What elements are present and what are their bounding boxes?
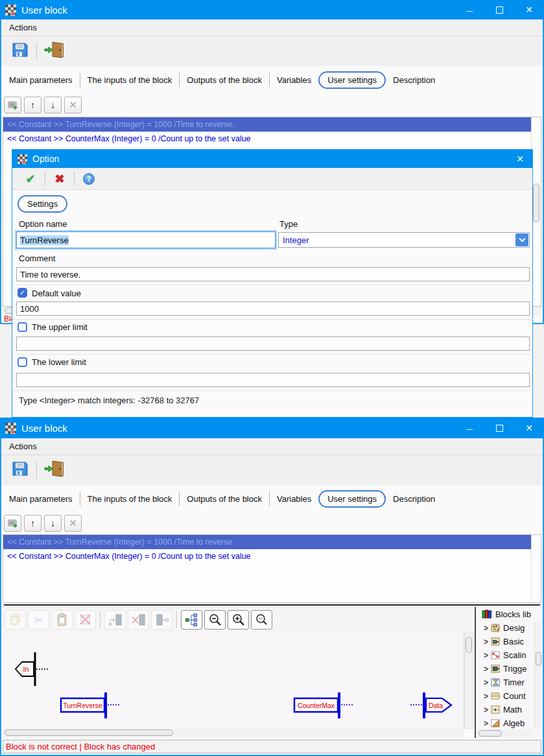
scrollbar-thumb[interactable]	[479, 730, 502, 737]
close-button[interactable]	[514, 0, 544, 19]
down-arrow-icon	[51, 100, 55, 110]
dialog-close-button[interactable]	[508, 150, 532, 168]
delete-option-button[interactable]	[64, 97, 82, 113]
list-item-countermax[interactable]: << Constant >> CounterMax (Integer) = 0 …	[3, 549, 531, 563]
in-port-block[interactable]: In	[16, 652, 49, 686]
tree-horizontal-scrollbar[interactable]	[477, 729, 534, 737]
type-dropdown[interactable]: Integer	[278, 232, 530, 248]
maximize-button[interactable]	[484, 0, 514, 19]
tree-item-scaling[interactable]: Scalin	[476, 648, 543, 662]
dialog-title-bar[interactable]: Option	[12, 150, 532, 168]
title-bar[interactable]: User block	[0, 0, 544, 19]
list-vertical-scrollbar[interactable]	[531, 535, 541, 602]
tab-main-parameters[interactable]: Main parameters	[8, 492, 74, 506]
zoom-reset-button[interactable]	[251, 610, 272, 630]
maximize-button[interactable]	[484, 418, 514, 438]
scrollbar-thumb[interactable]	[466, 637, 472, 653]
tab-variables[interactable]: Variables	[276, 73, 313, 87]
countermax-constant-block[interactable]: CounterMax	[294, 692, 354, 718]
comment-input[interactable]	[16, 267, 530, 281]
cut-button[interactable]	[28, 610, 49, 630]
chevron-right-icon[interactable]	[484, 691, 488, 701]
list-item-turnreverse[interactable]: << Constant >> TurnReverse (Integer) = 1…	[3, 535, 531, 549]
move-down-button[interactable]	[44, 97, 62, 113]
tree-item-math[interactable]: Math	[476, 703, 543, 716]
scrollbar-thumb[interactable]	[536, 652, 541, 666]
default-value-checkbox[interactable]	[18, 288, 27, 298]
tab-inputs[interactable]: The inputs of the block	[86, 492, 174, 506]
tab-user-settings-selected[interactable]: User settings	[318, 490, 386, 508]
title-bar[interactable]: User block	[0, 418, 544, 438]
chevron-right-icon[interactable]	[484, 664, 488, 674]
output-pin-button[interactable]	[151, 610, 172, 630]
save-button[interactable]	[10, 40, 30, 62]
tab-description[interactable]: Description	[392, 492, 436, 506]
tree-item-basic[interactable]: Basic	[476, 635, 543, 648]
exit-button[interactable]	[43, 40, 65, 62]
save-button[interactable]	[10, 459, 30, 481]
tab-outputs[interactable]: Outputs of the block	[185, 73, 263, 87]
menu-actions[interactable]: Actions	[9, 23, 37, 32]
tab-inputs[interactable]: The inputs of the block	[86, 73, 174, 87]
delete-option-button[interactable]	[64, 515, 82, 532]
cancel-button[interactable]	[51, 171, 69, 187]
tab-outputs[interactable]: Outputs of the block	[185, 492, 263, 506]
list-item-countermax[interactable]: << Constant >> CounterMax (Integer) = 0 …	[3, 132, 531, 146]
blocks-library-header[interactable]: Blocks lib	[476, 607, 543, 621]
tab-main-parameters[interactable]: Main parameters	[8, 73, 74, 87]
list-item-turnreverse[interactable]: << Constant >> TurnReverse (Integer) = 1…	[3, 117, 531, 132]
default-value-input[interactable]	[16, 301, 530, 316]
remove-input-button[interactable]	[128, 610, 149, 630]
minimize-button[interactable]	[455, 418, 484, 438]
delete-block-button[interactable]	[75, 610, 96, 630]
move-up-button[interactable]	[24, 97, 41, 113]
dropdown-button[interactable]	[515, 233, 528, 246]
lower-limit-input[interactable]	[16, 373, 530, 387]
canvas-horizontal-scrollbar[interactable]	[3, 729, 464, 737]
tree-item-triggers[interactable]: Trigge	[476, 662, 543, 676]
chevron-right-icon[interactable]	[484, 678, 488, 687]
add-option-button[interactable]	[4, 515, 21, 532]
tree-item-algebra[interactable]: Algeb	[476, 716, 543, 730]
scrollbar-thumb[interactable]	[5, 729, 173, 736]
tab-description[interactable]: Description	[392, 73, 436, 87]
chevron-right-icon[interactable]	[484, 718, 488, 728]
add-input-button[interactable]	[104, 610, 126, 630]
lower-limit-checkbox[interactable]	[18, 357, 27, 367]
help-button[interactable]	[80, 171, 98, 187]
add-option-button[interactable]	[4, 97, 21, 113]
zoom-in-button[interactable]	[228, 610, 249, 630]
move-down-button[interactable]	[44, 515, 62, 532]
scrollbar-thumb[interactable]	[533, 183, 539, 222]
chevron-right-icon[interactable]	[484, 705, 488, 715]
tab-user-settings-selected[interactable]: User settings	[318, 71, 386, 89]
tree-item-counters[interactable]: Count	[476, 689, 543, 703]
chevron-right-icon[interactable]	[484, 623, 488, 633]
close-button[interactable]	[514, 418, 544, 438]
chevron-right-icon[interactable]	[484, 637, 488, 646]
chevron-right-icon[interactable]	[484, 650, 488, 660]
menu-actions[interactable]: Actions	[9, 442, 37, 451]
copy-button[interactable]	[5, 610, 26, 630]
diagram-canvas[interactable]: In TurnReverse CounterMax	[3, 633, 464, 729]
tab-variables[interactable]: Variables	[276, 492, 313, 506]
zoom-out-button[interactable]	[204, 610, 226, 630]
ok-button[interactable]	[21, 171, 40, 187]
option-name-input[interactable]: TurnReverse	[16, 231, 276, 248]
tree-item-design[interactable]: Desig	[476, 621, 543, 635]
minimize-button[interactable]	[455, 0, 484, 19]
upper-limit-input[interactable]	[16, 337, 530, 351]
structure-view-button[interactable]	[181, 610, 202, 630]
tree-vertical-scrollbar[interactable]	[534, 622, 543, 729]
move-up-button[interactable]	[24, 515, 41, 532]
canvas-vertical-scrollbar[interactable]	[464, 633, 474, 729]
tree-item-label: Timer	[503, 678, 525, 687]
tab-settings-selected[interactable]: Settings	[18, 195, 67, 213]
data-output-block[interactable]: Data	[410, 692, 451, 718]
delete-block-icon	[78, 612, 93, 628]
paste-button[interactable]	[51, 610, 73, 630]
turnreverse-constant-block[interactable]: TurnReverse	[61, 692, 121, 718]
tree-item-timers[interactable]: Timer	[476, 676, 543, 689]
upper-limit-checkbox[interactable]	[18, 322, 27, 332]
exit-button[interactable]	[43, 459, 65, 481]
